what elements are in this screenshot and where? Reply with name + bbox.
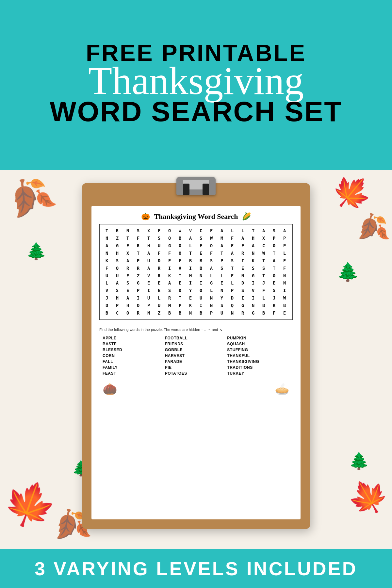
word-list-item: FOOTBALL [165, 336, 227, 340]
grid-cell: K [103, 257, 111, 264]
grid-cell: R [239, 250, 247, 257]
grid-cell: V [187, 227, 195, 234]
leaf-decoration-br: 🍁 [341, 470, 392, 524]
grid-cell: N [281, 272, 289, 279]
grid-cell: P [134, 287, 143, 294]
grid-cell: G [249, 272, 258, 279]
grid-cell: S [197, 235, 205, 242]
grid-cell: A [270, 257, 279, 264]
grid-cell: C [197, 227, 205, 234]
grid-row: FQRRARIAIBASTESSTF [103, 265, 289, 272]
grid-cell: A [166, 280, 174, 286]
grid-row: UUEZVRKTMNLLENGTON [103, 272, 289, 280]
word-list-item: FEAST [103, 371, 165, 376]
word-list-item: PUMPKIN [227, 336, 289, 340]
grid-cell: T [145, 235, 153, 242]
grid-cell: O [166, 235, 174, 242]
clip-arm-left [183, 184, 189, 195]
grid-cell: S [239, 287, 247, 294]
grid-cell: E [281, 310, 289, 317]
grid-cell: T [124, 235, 132, 242]
grid-row: JHAIULRTEUNYDIILJW [103, 294, 289, 302]
instructions-text: Find the following words in the puzzle. … [99, 327, 293, 332]
grid-cell: H [145, 242, 153, 249]
grid-cell: W [176, 227, 185, 234]
grid-cell: F [281, 265, 289, 272]
leaf-decoration-tr2: 🍂 [354, 210, 391, 246]
grid-cell: D [228, 295, 237, 302]
grid-cell: A [218, 242, 226, 249]
grid-cell: U [197, 295, 205, 302]
paper: 🎃 Thanksgiving Word Search 🌽 TRNSXFOWVCF… [91, 206, 301, 519]
grid-row: NHXTAFFOTEFTARNWTL [103, 250, 289, 257]
grid-cell: F [270, 310, 279, 317]
grid-cell: C [260, 242, 268, 249]
grid-cell: N [207, 302, 216, 309]
grid-cell: N [281, 280, 289, 286]
grid-cell: S [270, 287, 279, 294]
grid-cell: E [145, 280, 153, 286]
grid-cell: B [260, 310, 268, 317]
grid-cell: T [176, 272, 185, 279]
grid-cell: Z [155, 310, 164, 317]
header-section: FREE PRINTABLE Thanksgiving WORD SEARCH … [0, 0, 392, 170]
word-list-item: FAMILY [103, 365, 165, 370]
grid-cell: I [249, 295, 258, 302]
grid-cell: A [228, 250, 237, 257]
grid-cell: W [281, 295, 289, 302]
grid-cell: O [166, 227, 174, 234]
grid-cell: E [124, 242, 132, 249]
header-thanksgiving: Thanksgiving [88, 61, 304, 101]
word-list-col-2: PUMPKINSQUASHSTUFFINGTHANKFULTHANKSGIVIN… [227, 336, 289, 376]
grid-cell: B [197, 265, 205, 272]
grid-cell: N [207, 295, 216, 302]
grid-cell: Y [187, 287, 195, 294]
paper-icons: 🌰 🥧 [99, 379, 293, 396]
grid-cell: I [187, 280, 195, 286]
word-list-item: PIE [165, 365, 227, 370]
grid-cell: W [207, 235, 216, 242]
grid-cell: E [197, 242, 205, 249]
grid-cell: G [207, 280, 216, 286]
grid-cell: I [239, 257, 247, 264]
grid-cell: P [207, 310, 216, 317]
grid-cell: N [187, 310, 195, 317]
word-list-item: BASTE [103, 342, 165, 346]
grid-row: LASGEEAEIIGELDIJEN [103, 279, 289, 287]
acorn-icon: 🌰 [103, 382, 117, 396]
grid-cell: G [249, 310, 258, 317]
grid-cell: Q [228, 302, 237, 309]
grid-cell: X [124, 250, 132, 257]
grid-cell: O [134, 302, 143, 309]
grid-cell: A [176, 265, 185, 272]
grid-cell: O [197, 287, 205, 294]
grid-cell: M [166, 302, 174, 309]
pumpkin-icon: 🎃 [141, 212, 150, 221]
grid-cell: N [249, 250, 258, 257]
grid-cell: T [218, 250, 226, 257]
grid-cell: F [166, 257, 174, 264]
grid-cell: D [176, 287, 185, 294]
grid-cell: E [228, 242, 237, 249]
grid-cell: D [239, 280, 247, 286]
grid-cell: A [145, 265, 153, 272]
grid-cell: L [187, 242, 195, 249]
grid-cell: T [270, 265, 279, 272]
grid-cell: A [145, 250, 153, 257]
grid-cell: L [155, 295, 164, 302]
grid-cell: T [270, 250, 279, 257]
grid-cell: E [218, 280, 226, 286]
divider [99, 324, 293, 324]
grid-cell: T [176, 295, 185, 302]
pine-cone-tl: 🌲 [26, 242, 46, 261]
grid-cell: F [207, 250, 216, 257]
grid-cell: L [260, 295, 268, 302]
grid-row: AGERHUGOLEOAEFACOP [103, 242, 289, 250]
grid-cell: N [124, 227, 132, 234]
word-list-item: STUFFING [227, 348, 289, 352]
grid-cell: P [270, 235, 279, 242]
grid-cell: A [207, 265, 216, 272]
word-list-item: THANKFUL [227, 353, 289, 358]
grid-cell: R [270, 302, 279, 309]
grid-cell: R [166, 295, 174, 302]
